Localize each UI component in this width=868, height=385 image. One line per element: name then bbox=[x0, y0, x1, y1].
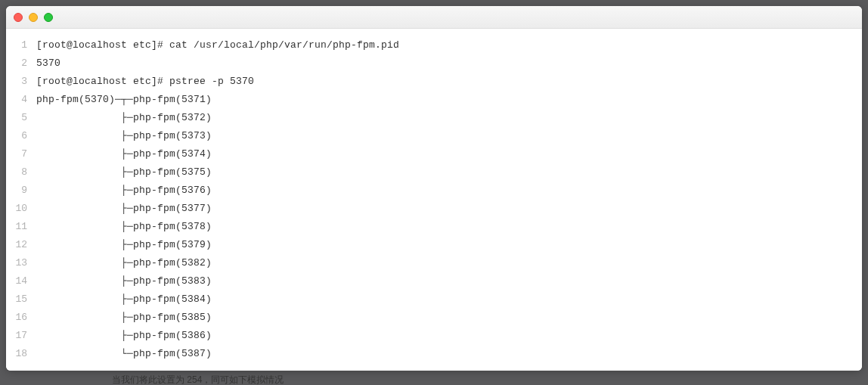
line-number: 14 bbox=[6, 272, 36, 290]
close-icon[interactable] bbox=[14, 13, 23, 22]
terminal-window: 1[root@localhost etc]# cat /usr/local/ph… bbox=[6, 6, 862, 371]
line-number: 1 bbox=[6, 36, 36, 54]
line-text: ├─php-fpm(5386) bbox=[36, 327, 212, 345]
line-text: ├─php-fpm(5377) bbox=[36, 200, 212, 218]
line-number: 16 bbox=[6, 309, 36, 327]
terminal-line: 7 ├─php-fpm(5374) bbox=[6, 145, 862, 163]
caption-text: 当我们将此设置为 254，同可如下模拟情况 bbox=[6, 371, 862, 385]
line-text: ├─php-fpm(5374) bbox=[36, 145, 212, 163]
terminal-line: 11 ├─php-fpm(5378) bbox=[6, 218, 862, 236]
terminal-line: 16 ├─php-fpm(5385) bbox=[6, 309, 862, 327]
line-number: 7 bbox=[6, 145, 36, 163]
line-text: └─php-fpm(5387) bbox=[36, 345, 212, 363]
terminal-line: 15 ├─php-fpm(5384) bbox=[6, 290, 862, 309]
terminal-line: 13 ├─php-fpm(5382) bbox=[6, 254, 862, 272]
terminal-line: 1[root@localhost etc]# cat /usr/local/ph… bbox=[6, 36, 862, 54]
line-text: ├─php-fpm(5384) bbox=[36, 290, 212, 309]
line-number: 11 bbox=[6, 218, 36, 236]
line-number: 8 bbox=[6, 163, 36, 182]
terminal-line: 6 ├─php-fpm(5373) bbox=[6, 127, 862, 145]
terminal-line: 9 ├─php-fpm(5376) bbox=[6, 182, 862, 200]
terminal-line: 8 ├─php-fpm(5375) bbox=[6, 163, 862, 182]
line-number: 18 bbox=[6, 345, 36, 363]
line-number: 13 bbox=[6, 254, 36, 272]
line-text: ├─php-fpm(5383) bbox=[36, 272, 212, 290]
line-number: 17 bbox=[6, 327, 36, 345]
line-number: 3 bbox=[6, 73, 36, 91]
line-text: 5370 bbox=[36, 54, 60, 73]
line-text: ├─php-fpm(5376) bbox=[36, 182, 212, 200]
line-number: 10 bbox=[6, 200, 36, 218]
line-text: ├─php-fpm(5375) bbox=[36, 163, 212, 182]
minimize-icon[interactable] bbox=[29, 13, 38, 22]
line-number: 2 bbox=[6, 54, 36, 73]
terminal-line: 14 ├─php-fpm(5383) bbox=[6, 272, 862, 290]
line-number: 5 bbox=[6, 109, 36, 127]
terminal-line: 17 ├─php-fpm(5386) bbox=[6, 327, 862, 345]
terminal-content[interactable]: 1[root@localhost etc]# cat /usr/local/ph… bbox=[6, 29, 862, 371]
line-text: php-fpm(5370)─┬─php-fpm(5371) bbox=[36, 91, 212, 109]
terminal-line: 10 ├─php-fpm(5377) bbox=[6, 200, 862, 218]
terminal-line: 25370 bbox=[6, 54, 862, 73]
line-text: [root@localhost etc]# pstree -p 5370 bbox=[36, 73, 254, 91]
line-number: 15 bbox=[6, 290, 36, 309]
line-number: 6 bbox=[6, 127, 36, 145]
zoom-icon[interactable] bbox=[44, 13, 53, 22]
line-text: ├─php-fpm(5372) bbox=[36, 109, 212, 127]
terminal-line: 4php-fpm(5370)─┬─php-fpm(5371) bbox=[6, 91, 862, 109]
line-number: 9 bbox=[6, 182, 36, 200]
line-text: [root@localhost etc]# cat /usr/local/php… bbox=[36, 36, 399, 54]
line-text: ├─php-fpm(5378) bbox=[36, 218, 212, 236]
terminal-line: 12 ├─php-fpm(5379) bbox=[6, 236, 862, 254]
line-text: ├─php-fpm(5373) bbox=[36, 127, 212, 145]
terminal-line: 18 └─php-fpm(5387) bbox=[6, 345, 862, 363]
line-text: ├─php-fpm(5385) bbox=[36, 309, 212, 327]
line-number: 4 bbox=[6, 91, 36, 109]
line-number: 12 bbox=[6, 236, 36, 254]
window-titlebar bbox=[6, 6, 862, 29]
line-text: ├─php-fpm(5379) bbox=[36, 236, 212, 254]
terminal-line: 3[root@localhost etc]# pstree -p 5370 bbox=[6, 73, 862, 91]
line-text: ├─php-fpm(5382) bbox=[36, 254, 212, 272]
terminal-line: 5 ├─php-fpm(5372) bbox=[6, 109, 862, 127]
